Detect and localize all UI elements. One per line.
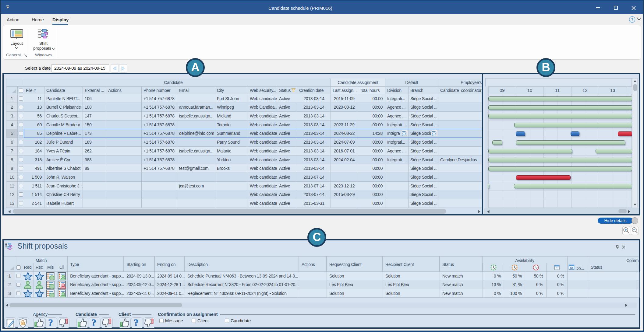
svg-text:xx: xx	[570, 266, 573, 269]
svg-text:?: ?	[134, 318, 139, 328]
svg-text:?: ?	[631, 17, 633, 22]
svg-text:?: ?	[91, 318, 96, 328]
svg-text:?: ?	[48, 318, 53, 328]
